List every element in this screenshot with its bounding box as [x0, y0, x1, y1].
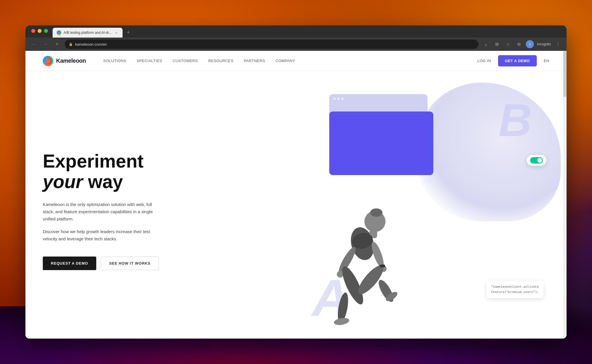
extensions-icon[interactable]: ⊞	[493, 40, 501, 48]
letter-b-large: B	[498, 97, 532, 143]
logo-text: Kameleoon	[56, 57, 86, 64]
nav-specialties[interactable]: SPECIALTIES	[137, 59, 162, 63]
search-icon[interactable]: ⌕	[482, 40, 490, 48]
split-window-icon[interactable]: ⧉	[515, 40, 523, 48]
hero-content: Experiment your way Kameleoon is the onl…	[43, 88, 306, 321]
dot-1	[333, 98, 336, 100]
scrollbar-thumb[interactable]	[563, 51, 567, 97]
card-b	[329, 112, 433, 175]
nav-customers[interactable]: CUSTOMERS	[173, 59, 198, 63]
address-bar[interactable]: 🔒 kameleoon.com/en	[65, 40, 478, 49]
fullscreen-traffic-light[interactable]	[44, 29, 48, 33]
code-badge: "kameleoonClient.activate Feature("premi…	[486, 281, 543, 298]
nav-partners[interactable]: PARTNERS	[244, 59, 265, 63]
new-tab-button[interactable]: +	[124, 28, 132, 36]
hero-buttons: REQUEST A DEMO SEE HOW IT WORKS	[43, 257, 295, 270]
url-text: kameleoon.com/en	[75, 42, 107, 47]
ab-test-cards	[329, 94, 428, 152]
toolbar-right: ⌕ ⊞ ☆ ⧉ I Incognito ⋮	[482, 40, 562, 48]
profile-avatar[interactable]: I	[526, 40, 534, 48]
toggle-track[interactable]	[530, 157, 543, 164]
browser-tab-bar: A/B testing platform and AI-dr... × +	[25, 25, 567, 38]
card-dots	[333, 98, 344, 100]
athlete-figure	[318, 183, 404, 327]
website-content: Kameleoon SOLUTIONS SPECIALTIES CUSTOMER…	[25, 51, 567, 339]
hero-description-1: Kameleoon is the only optimization solut…	[43, 201, 158, 222]
traffic-lights	[31, 29, 48, 33]
code-snippet-text: "kameleoonClient.activate Feature("premi…	[491, 285, 539, 294]
tab-title: A/B testing platform and AI-dr...	[64, 31, 112, 35]
nav-links: SOLUTIONS SPECIALTIES CUSTOMERS RESOURCE…	[103, 59, 477, 63]
logo[interactable]: Kameleoon	[43, 56, 86, 66]
dot-2	[337, 98, 340, 100]
svg-point-13	[333, 317, 350, 326]
incognito-label: Incognito	[537, 42, 551, 46]
login-link[interactable]: LOG IN	[477, 59, 491, 63]
hero-section: Experiment your way Kameleoon is the onl…	[25, 71, 567, 339]
visual-blob	[416, 83, 561, 221]
hero-description-2: Discover how we help growth leaders incr…	[43, 228, 153, 243]
refresh-button[interactable]: ↻	[53, 40, 61, 48]
svg-rect-15	[380, 265, 385, 268]
nav-resources[interactable]: RESOURCES	[208, 59, 234, 63]
back-button[interactable]: ←	[30, 40, 38, 48]
nav-right: LOG IN GET A DEMO EN	[477, 55, 549, 66]
hero-title: Experiment your way	[43, 151, 295, 192]
hero-visual: B A	[306, 88, 549, 321]
toggle-thumb	[537, 158, 542, 163]
more-options-icon[interactable]: ⋮	[554, 40, 562, 48]
browser-window: A/B testing platform and AI-dr... × + ← …	[25, 25, 567, 339]
hero-title-line1: Experiment	[43, 151, 144, 172]
request-demo-button[interactable]: REQUEST A DEMO	[43, 257, 96, 270]
site-nav: Kameleoon SOLUTIONS SPECIALTIES CUSTOMER…	[25, 51, 567, 71]
lock-icon: 🔒	[69, 42, 73, 46]
hero-title-normal: way	[83, 171, 123, 192]
nav-solutions[interactable]: SOLUTIONS	[103, 59, 126, 63]
minimize-traffic-light[interactable]	[38, 29, 42, 33]
toggle-badge	[527, 155, 546, 166]
tab-favicon	[57, 30, 61, 35]
browser-chrome: A/B testing platform and AI-dr... × + ← …	[25, 25, 567, 51]
athlete-svg	[318, 183, 404, 327]
tab-close-button[interactable]: ×	[114, 30, 119, 35]
get-demo-button[interactable]: GET A DEMO	[498, 55, 537, 66]
dot-3	[341, 98, 344, 100]
forward-button[interactable]: →	[42, 40, 50, 48]
browser-toolbar: ← → ↻ 🔒 kameleoon.com/en ⌕ ⊞ ☆ ⧉ I Incog…	[25, 38, 567, 51]
hero-title-italic: your	[43, 171, 83, 192]
close-traffic-light[interactable]	[31, 29, 35, 33]
browser-tab-active[interactable]: A/B testing platform and AI-dr... ×	[53, 28, 123, 38]
logo-icon	[43, 56, 53, 66]
nav-company[interactable]: COMPANY	[275, 59, 295, 63]
scrollbar[interactable]	[563, 51, 567, 339]
bookmark-icon[interactable]: ☆	[504, 40, 512, 48]
see-how-it-works-button[interactable]: SEE HOW IT WORKS	[101, 257, 159, 270]
language-selector[interactable]: EN	[544, 59, 549, 63]
svg-point-2	[370, 208, 382, 217]
